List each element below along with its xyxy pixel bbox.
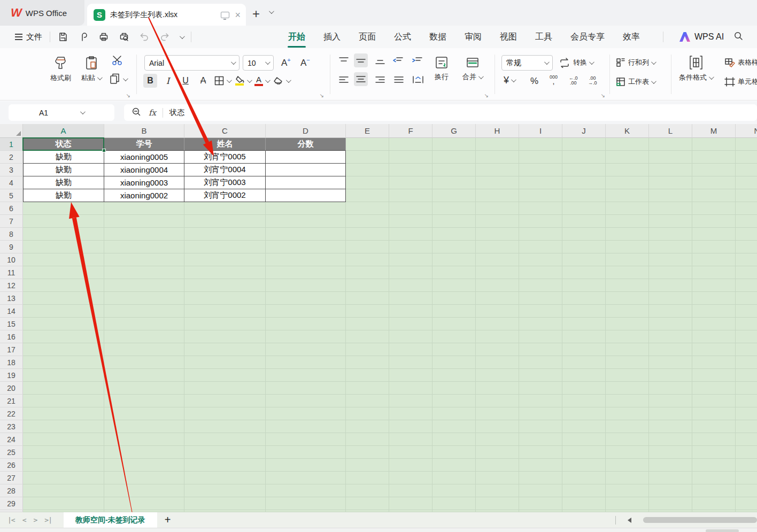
row-header-14[interactable]: 14 [0, 305, 23, 318]
rows-columns-button[interactable]: 行和列 [615, 57, 655, 68]
cell-A25[interactable] [23, 446, 104, 459]
cell-E5[interactable] [346, 189, 389, 202]
cell-H14[interactable] [476, 305, 519, 318]
row-header-16[interactable]: 16 [0, 330, 23, 343]
column-header-M[interactable]: M [692, 124, 736, 138]
cell-M8[interactable] [692, 228, 736, 241]
cell-E7[interactable] [346, 215, 389, 228]
cell-F13[interactable] [389, 292, 432, 305]
cell-H11[interactable] [476, 266, 519, 279]
cell-M6[interactable] [692, 202, 736, 215]
cell-K11[interactable] [606, 266, 649, 279]
cell-C10[interactable] [184, 253, 266, 266]
cell-F9[interactable] [389, 241, 432, 253]
cell-L7[interactable] [649, 215, 692, 228]
cell-D5[interactable] [266, 189, 346, 202]
last-sheet-icon[interactable]: >| [44, 516, 52, 524]
cell-C5[interactable]: 刘宵宁0002 [184, 189, 266, 202]
cell-J11[interactable] [562, 266, 606, 279]
row-header-6[interactable]: 6 [0, 202, 23, 215]
cell-I3[interactable] [519, 164, 562, 176]
cell-L15[interactable] [649, 318, 692, 330]
cell-N12[interactable] [736, 279, 757, 292]
cell-D11[interactable] [266, 266, 346, 279]
add-sheet-button[interactable]: + [165, 514, 171, 526]
cell-A26[interactable] [23, 459, 104, 472]
cell-I18[interactable] [519, 356, 562, 369]
cell-D14[interactable] [266, 305, 346, 318]
cell-N19[interactable] [736, 369, 757, 382]
cell-M1[interactable] [692, 138, 736, 151]
cell-J3[interactable] [562, 164, 606, 176]
close-tab-icon[interactable]: × [235, 10, 241, 20]
cell-A8[interactable] [23, 228, 104, 241]
cell-E23[interactable] [346, 420, 389, 433]
cell-F23[interactable] [389, 420, 432, 433]
column-header-C[interactable]: C [184, 124, 266, 138]
cell-D7[interactable] [266, 215, 346, 228]
cell-J9[interactable] [562, 241, 606, 253]
cell-N10[interactable] [736, 253, 757, 266]
cell-L22[interactable] [649, 407, 692, 420]
cell-format-button[interactable]: 单元格 [724, 76, 757, 87]
cell-A13[interactable] [23, 292, 104, 305]
cell-I24[interactable] [519, 433, 562, 446]
cell-K18[interactable] [606, 356, 649, 369]
cell-H21[interactable] [476, 395, 519, 407]
cell-G7[interactable] [432, 215, 476, 228]
cell-D22[interactable] [266, 407, 346, 420]
cell-F19[interactable] [389, 369, 432, 382]
cell-B20[interactable] [104, 382, 184, 395]
align-right-icon[interactable] [374, 75, 386, 87]
cell-G24[interactable] [432, 433, 476, 446]
cell-H25[interactable] [476, 446, 519, 459]
cell-H28[interactable] [476, 484, 519, 497]
cell-F18[interactable] [389, 356, 432, 369]
cell-A5[interactable]: 缺勤 [23, 189, 104, 202]
cell-N17[interactable] [736, 343, 757, 356]
cell-D3[interactable] [266, 164, 346, 176]
cell-B28[interactable] [104, 484, 184, 497]
new-tab-button[interactable]: + [252, 6, 260, 21]
cell-H23[interactable] [476, 420, 519, 433]
cell-C13[interactable] [184, 292, 266, 305]
cell-I25[interactable] [519, 446, 562, 459]
cell-C28[interactable] [184, 484, 266, 497]
cell-F20[interactable] [389, 382, 432, 395]
strikethrough-button[interactable]: A [196, 74, 210, 88]
cell-K13[interactable] [606, 292, 649, 305]
cell-I22[interactable] [519, 407, 562, 420]
row-header-17[interactable]: 17 [0, 343, 23, 356]
cell-H13[interactable] [476, 292, 519, 305]
column-header-L[interactable]: L [649, 124, 692, 138]
cell-J17[interactable] [562, 343, 606, 356]
row-header-12[interactable]: 12 [0, 279, 23, 292]
cell-E24[interactable] [346, 433, 389, 446]
cell-L17[interactable] [649, 343, 692, 356]
cell-H29[interactable] [476, 497, 519, 510]
cell-K7[interactable] [606, 215, 649, 228]
convert-button[interactable]: 转换 [558, 57, 593, 68]
cell-M11[interactable] [692, 266, 736, 279]
cell-H20[interactable] [476, 382, 519, 395]
cell-F8[interactable] [389, 228, 432, 241]
cell-M21[interactable] [692, 395, 736, 407]
cell-L8[interactable] [649, 228, 692, 241]
cell-D27[interactable] [266, 472, 346, 484]
row-header-27[interactable]: 27 [0, 472, 23, 484]
cell-E15[interactable] [346, 318, 389, 330]
cell-J27[interactable] [562, 472, 606, 484]
cell-L4[interactable] [649, 176, 692, 189]
cell-N5[interactable] [736, 189, 757, 202]
cell-C17[interactable] [184, 343, 266, 356]
cell-J7[interactable] [562, 215, 606, 228]
cell-H17[interactable] [476, 343, 519, 356]
cell-B2[interactable]: xiaoning0005 [104, 151, 184, 164]
cell-K12[interactable] [606, 279, 649, 292]
row-header-24[interactable]: 24 [0, 433, 23, 446]
cell-C24[interactable] [184, 433, 266, 446]
undo-icon[interactable] [139, 32, 150, 42]
document-tab[interactable]: S 未签到学生列表.xlsx × [87, 4, 246, 26]
cell-H7[interactable] [476, 215, 519, 228]
cell-E13[interactable] [346, 292, 389, 305]
